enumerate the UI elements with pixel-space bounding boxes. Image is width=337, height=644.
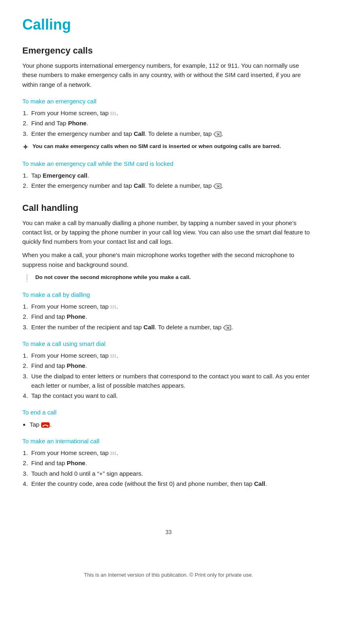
emergency-call-label: Emergency call: [43, 172, 87, 179]
step-item: Enter the country code, area code (witho…: [30, 479, 315, 488]
grid-icon-3: ⁝⁝⁝: [110, 303, 116, 311]
phone-label-3: Phone: [67, 362, 86, 369]
tip-icon: ✦: [22, 143, 28, 152]
emergency-calls-intro: Your phone supports international emerge…: [22, 61, 315, 89]
call-label-2: Call: [134, 182, 145, 189]
sub-heading-dialling: To make a call by dialling: [22, 290, 315, 299]
step-item: Tap the contact you want to call.: [30, 391, 315, 400]
warning-icon: ❕: [22, 274, 31, 283]
step-item: Touch and hold 0 until a “+” sign appear…: [30, 469, 315, 478]
step-item: From your Home screen, tap ⁝⁝⁝.: [30, 302, 315, 311]
end-call-item: Tap .: [30, 420, 315, 429]
grid-icon-5: ⁝⁝⁝: [110, 450, 116, 457]
emergency-calls-heading: Emergency calls: [22, 45, 315, 56]
step-item: Find and Tap Phone.: [30, 118, 315, 128]
sub-heading-smart-dial: To make a call using smart dial: [22, 339, 315, 348]
page-number: 33: [22, 529, 315, 535]
step-item: From your Home screen, tap ⁝⁝⁝.: [30, 351, 315, 360]
sub-heading-end-call: To end a call: [22, 408, 315, 417]
backspace-icon-3: [223, 325, 231, 331]
phone-label-2: Phone: [67, 313, 86, 320]
step-item: Find and tap Phone.: [30, 458, 315, 468]
sub-heading-emergency-call: To make an emergency call: [22, 97, 315, 106]
step-item: Enter the number of the recipient and ta…: [30, 322, 315, 332]
warning-text: Do not cover the second microphone while…: [35, 273, 191, 281]
svg-point-8: [47, 425, 48, 426]
page-title: Calling: [22, 16, 315, 33]
sim-locked-steps: Tap Emergency call. Enter the emergency …: [30, 171, 315, 191]
dialling-steps: From your Home screen, tap ⁝⁝⁝. Find and…: [30, 302, 315, 332]
emergency-call-steps: From your Home screen, tap ⁝⁝⁝. Find and…: [30, 108, 315, 138]
smart-dial-steps: From your Home screen, tap ⁝⁝⁝. Find and…: [30, 351, 315, 400]
backspace-icon-2: [213, 183, 221, 189]
sub-heading-international: To make an international call: [22, 436, 315, 446]
svg-point-7: [43, 425, 44, 426]
step-item: Find and tap Phone.: [30, 312, 315, 321]
call-handling-heading: Call handling: [22, 203, 315, 213]
step-item: Tap Emergency call.: [30, 171, 315, 180]
step-item: Enter the emergency number and tap Call.…: [30, 129, 315, 138]
end-call-list: Tap .: [30, 420, 315, 429]
footer-note: This is an Internet version of this publ…: [22, 568, 315, 578]
tip-box: ✦ You can make emergency calls when no S…: [22, 142, 315, 152]
end-call-icon: [41, 422, 50, 428]
step-item: Use the dialpad to enter letters or numb…: [30, 371, 315, 391]
grid-icon-4: ⁝⁝⁝: [110, 352, 116, 360]
step-item: Find and tap Phone.: [30, 361, 315, 370]
call-label-3: Call: [144, 324, 155, 331]
step-item: From your Home screen, tap ⁝⁝⁝.: [30, 448, 315, 457]
warning-box: ❕ Do not cover the second microphone whi…: [22, 273, 315, 283]
sub-heading-sim-locked: To make an emergency call while the SIM …: [22, 159, 315, 168]
call-label-4: Call: [254, 480, 266, 487]
step-item: From your Home screen, tap ⁝⁝⁝.: [30, 108, 315, 118]
phone-label: Phone: [68, 120, 87, 127]
tip-text: You can make emergency calls when no SIM…: [32, 142, 281, 150]
call-label: Call: [134, 130, 145, 137]
grid-icon: ⁝⁝⁝: [110, 110, 116, 118]
step-item: Enter the emergency number and tap Call.…: [30, 181, 315, 190]
international-call-steps: From your Home screen, tap ⁝⁝⁝. Find and…: [30, 448, 315, 488]
backspace-icon: [213, 131, 221, 137]
phone-label-4: Phone: [67, 459, 86, 466]
call-handling-para2: When you make a call, your phone's main …: [22, 250, 315, 269]
call-handling-para1: You can make a call by manually dialling…: [22, 218, 315, 247]
